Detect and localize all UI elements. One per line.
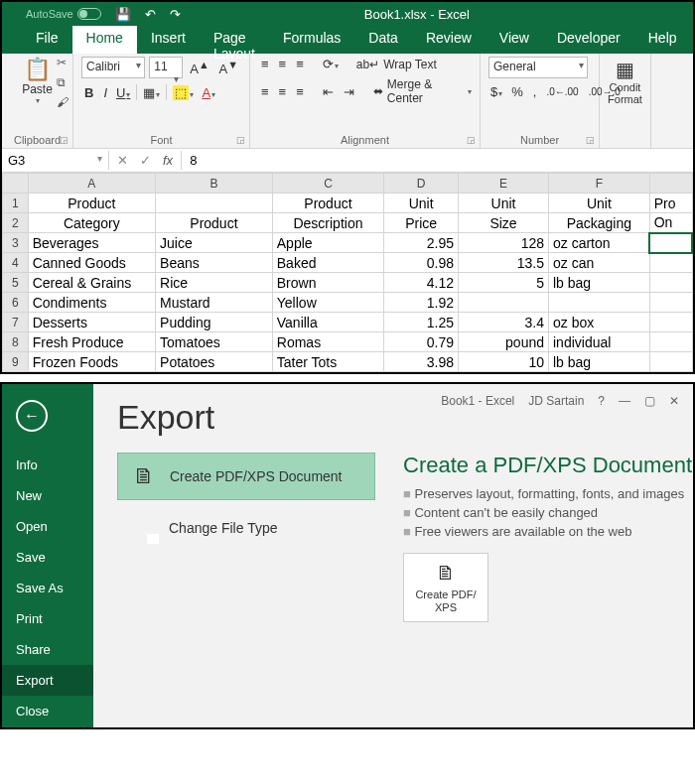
cell[interactable]: pound (459, 332, 549, 352)
align-top-icon[interactable]: ≡ (258, 57, 272, 71)
bold-button[interactable]: B (81, 85, 96, 100)
italic-button[interactable]: I (100, 85, 110, 100)
backstage-menu-close[interactable]: Close (2, 696, 93, 726)
minimize-icon[interactable]: — (619, 394, 630, 408)
dialog-launcher-icon[interactable]: ◲ (236, 135, 245, 145)
percent-format-button[interactable]: % (508, 84, 526, 99)
col-header[interactable]: F (549, 174, 650, 194)
fx-icon[interactable]: fx (163, 153, 173, 168)
cell[interactable]: individual (549, 332, 650, 352)
autosave-toggle[interactable]: AutoSave (26, 8, 101, 20)
backstage-menu-new[interactable]: New (2, 480, 93, 511)
comma-format-button[interactable]: , (530, 84, 540, 99)
borders-button[interactable]: ▦ (141, 85, 162, 100)
cell[interactable]: On (649, 213, 692, 233)
format-painter-icon[interactable]: 🖌 (57, 95, 69, 109)
cell[interactable]: Unit (549, 194, 650, 213)
backstage-menu-export[interactable]: Export (2, 665, 93, 696)
cell[interactable]: Size (459, 213, 549, 233)
cell[interactable]: Vanilla (272, 313, 383, 332)
align-bottom-icon[interactable]: ≡ (293, 57, 307, 71)
table-row[interactable]: 6CondimentsMustardYellow1.92 (3, 293, 693, 313)
table-row[interactable]: 8Fresh ProduceTomatoesRomas0.79poundindi… (3, 332, 693, 352)
align-center-icon[interactable]: ≡ (276, 84, 290, 99)
cell[interactable]: Juice (156, 233, 273, 253)
maximize-icon[interactable]: ▢ (644, 394, 655, 408)
cell[interactable] (649, 253, 692, 273)
cell[interactable]: Mustard (156, 293, 273, 313)
cell[interactable] (649, 313, 692, 332)
table-row[interactable]: 7DessertsPuddingVanilla1.253.4oz box (3, 313, 693, 332)
cell[interactable]: Fresh Produce (28, 332, 155, 352)
cell[interactable]: Packaging (549, 213, 650, 233)
cell[interactable]: Baked (272, 253, 383, 273)
increase-indent-icon[interactable]: ⇥ (341, 84, 357, 99)
close-icon[interactable]: ✕ (669, 394, 679, 408)
enter-icon[interactable]: ✓ (140, 153, 151, 168)
cell[interactable]: lb bag (549, 352, 650, 372)
tab-insert[interactable]: Insert (137, 26, 200, 54)
cell[interactable]: Category (28, 213, 155, 233)
backstage-menu-share[interactable]: Share (2, 634, 93, 665)
undo-icon[interactable]: ↶ (145, 7, 156, 22)
save-icon[interactable]: 💾 (115, 7, 131, 22)
backstage-menu-save-as[interactable]: Save As (2, 573, 93, 603)
tab-view[interactable]: View (486, 26, 543, 54)
cell[interactable]: Product (156, 213, 273, 233)
cell[interactable]: 2.95 (384, 233, 459, 253)
help-icon[interactable]: ? (598, 394, 605, 408)
cell[interactable]: Apple (272, 233, 383, 253)
cell[interactable]: 5 (459, 273, 549, 293)
cell[interactable]: Tomatoes (156, 332, 273, 352)
cell[interactable]: Pudding (156, 313, 273, 332)
cell[interactable]: oz can (549, 253, 650, 273)
cell[interactable]: 3.98 (384, 352, 459, 372)
col-header[interactable] (649, 174, 692, 194)
decrease-indent-icon[interactable]: ⇤ (320, 84, 337, 99)
cell[interactable]: Product (28, 194, 155, 213)
cell[interactable] (459, 293, 549, 313)
cell[interactable]: 3.4 (459, 313, 549, 332)
cell[interactable]: Yellow (272, 293, 383, 313)
backstage-menu-save[interactable]: Save (2, 542, 93, 573)
cell[interactable]: Product (272, 194, 383, 213)
cell[interactable]: 4.12 (384, 273, 459, 293)
cell[interactable]: oz box (549, 313, 650, 332)
fill-color-button[interactable]: ⬚ (171, 85, 196, 100)
tab-home[interactable]: Home (72, 26, 137, 54)
cell[interactable] (649, 332, 692, 352)
cell[interactable]: Romas (272, 332, 383, 352)
orientation-icon[interactable]: ⟳ (321, 57, 341, 71)
cell[interactable]: Condiments (28, 293, 155, 313)
accounting-format-button[interactable]: $ (488, 84, 504, 99)
col-header[interactable]: A (28, 174, 155, 194)
back-button[interactable]: ← (16, 400, 48, 432)
cell[interactable]: 10 (459, 352, 549, 372)
select-all-corner[interactable] (3, 174, 29, 194)
cell[interactable]: 128 (459, 233, 549, 253)
merge-center-button[interactable]: ⬌ Merge & Center ▾ (373, 77, 472, 105)
cell[interactable]: Beans (156, 253, 273, 273)
tab-data[interactable]: Data (354, 26, 412, 54)
cell[interactable]: lb bag (549, 273, 650, 293)
table-row[interactable]: 2 Category Product Description Price Siz… (3, 213, 693, 233)
formula-bar[interactable]: 8 (181, 151, 693, 170)
cell[interactable]: Potatoes (156, 352, 273, 372)
tab-developer[interactable]: Developer (543, 26, 634, 54)
col-header[interactable]: E (459, 174, 549, 194)
cell[interactable]: Pro (649, 194, 692, 213)
export-option-pdf[interactable]: 🗎 Create PDF/XPS Document (117, 453, 375, 500)
font-color-button[interactable]: A (200, 85, 217, 100)
table-row[interactable]: 1 Product Product Unit Unit Unit Pro (3, 194, 693, 213)
font-size-select[interactable]: 11 (149, 57, 183, 78)
spreadsheet-grid[interactable]: A B C D E F 1 Product Product Unit Unit … (2, 173, 693, 372)
align-right-icon[interactable]: ≡ (293, 84, 307, 99)
backstage-menu-open[interactable]: Open (2, 511, 93, 542)
cell[interactable] (649, 233, 692, 253)
table-row[interactable]: 5Cereal & GrainsRiceBrown4.125lb bag (3, 273, 693, 293)
cell[interactable]: 1.25 (384, 313, 459, 332)
cell[interactable]: 13.5 (459, 253, 549, 273)
tab-review[interactable]: Review (412, 26, 486, 54)
backstage-menu-print[interactable]: Print (2, 603, 93, 634)
cell[interactable] (549, 293, 650, 313)
